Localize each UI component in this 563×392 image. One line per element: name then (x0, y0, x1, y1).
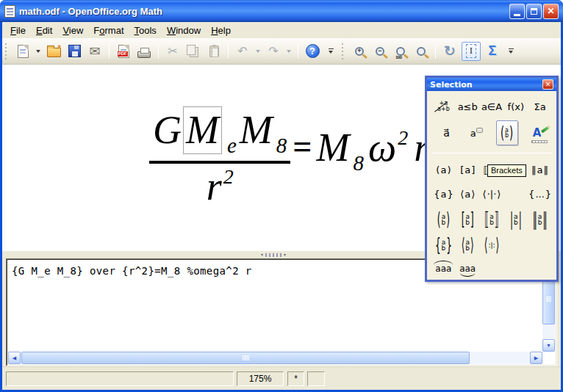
formula-term-m2: M (240, 110, 273, 150)
menu-item[interactable]: Window (162, 23, 206, 37)
sigma-icon: Σ (489, 43, 497, 59)
bracket-option[interactable]: aaa (456, 264, 480, 274)
toolbar-grip[interactable] (341, 43, 345, 59)
command-text[interactable]: {G M_e M_8} over {r^2}=M_8 %omega^2 r (12, 265, 252, 277)
palette-title-bar[interactable]: Selection ✕ (427, 78, 556, 91)
menu-bar: FileEditViewFormatToolsWindowHelp (2, 22, 561, 38)
menu-item[interactable]: Edit (31, 23, 57, 37)
formula-denominator-r: r (207, 167, 222, 206)
formula-rhs-exponent-2: 2 (398, 128, 408, 148)
scroll-right-button[interactable]: ▶ (530, 352, 542, 364)
refresh-icon: ↻ (444, 44, 456, 58)
splitter-grip-icon[interactable]: ▾▾ (261, 253, 286, 257)
zoom-in-button[interactable]: + (351, 43, 368, 60)
category-relations[interactable]: a≤b (456, 101, 480, 112)
palette-title: Selection (430, 80, 542, 90)
category-formats[interactable]: A (522, 126, 552, 139)
update-button[interactable]: ↻ (441, 43, 459, 60)
print-button[interactable] (135, 43, 153, 60)
bracket-option[interactable]: ⟨·|·⟩ (480, 189, 504, 200)
copy-button[interactable] (184, 43, 202, 60)
save-button[interactable] (65, 43, 83, 60)
toolbar-grip[interactable] (4, 43, 8, 59)
bracket-option[interactable]: ‖a‖ (528, 164, 552, 175)
maximize-icon (531, 8, 537, 15)
undo-dropdown-arrow-icon[interactable] (256, 50, 260, 53)
zoom-100-button[interactable]: 100 (392, 43, 409, 60)
bracket-option[interactable]: [a] (456, 164, 480, 175)
bracket-option[interactable]: {a} (431, 189, 456, 200)
status-zoom-field[interactable]: 175% (237, 371, 284, 386)
fraction-bar (149, 161, 290, 164)
horizontal-scroll-thumb[interactable] (21, 352, 470, 364)
cut-button[interactable]: ✂ (164, 43, 182, 60)
new-dropdown-arrow-icon[interactable] (36, 50, 40, 53)
bracket-option[interactable]: ⟨a b⟩ (456, 239, 480, 251)
undo-button[interactable]: ↶ (234, 43, 251, 60)
attributes-icon: a⃗ (443, 127, 450, 139)
bracket-option[interactable]: ‖a b‖ (528, 214, 552, 225)
help-button[interactable]: ? (304, 43, 321, 60)
category-unary-binary-operators[interactable]: +aa+b (431, 101, 456, 112)
minimize-button[interactable] (509, 4, 525, 19)
horizontal-scrollbar[interactable]: ◀ ▶ (8, 352, 542, 364)
redo-button[interactable]: ↷ (265, 43, 282, 60)
bracket-option[interactable]: aaa (431, 264, 456, 274)
bracket-option[interactable]: {a b} (431, 239, 456, 251)
category-set-operations[interactable]: a∈A (480, 101, 504, 112)
window-title: math.odf - OpenOffice.org Math (19, 6, 509, 17)
bracket-option[interactable]: {...} (528, 189, 552, 200)
set-operations-icon: a∈A (481, 101, 502, 112)
category-attributes[interactable]: a⃗ (431, 127, 462, 139)
email-button[interactable]: ✉ (86, 43, 104, 60)
close-button[interactable]: ✕ (543, 4, 559, 19)
bracket-option[interactable]: ⟨:|:⟩ (480, 241, 504, 250)
menu-item[interactable]: Help (206, 23, 236, 37)
palette-category-row-2: a⃗ a··· ( ab ) A (429, 117, 554, 148)
new-document-button[interactable] (14, 43, 32, 60)
category-operators[interactable]: Σa (528, 101, 552, 112)
overflow-arrow-icon (509, 51, 513, 54)
category-misc[interactable]: a··· (462, 128, 492, 139)
status-message-field (6, 371, 234, 386)
zoom-out-button[interactable]: − (371, 43, 389, 60)
bracket-option[interactable]: ⟨a⟩ (456, 189, 480, 200)
bracket-option[interactable]: |a b| (503, 214, 528, 225)
misc-bubble-icon: ··· (476, 128, 484, 133)
category-brackets[interactable]: ( ab ) (492, 120, 522, 145)
brackets-category-button-active[interactable]: ( ab ) (496, 120, 518, 145)
formula-exponent-2: 2 (223, 167, 234, 187)
equals-sign: = (293, 130, 312, 164)
title-bar[interactable]: math.odf - OpenOffice.org Math ✕ (0, 0, 563, 22)
menu-item[interactable]: View (57, 23, 88, 37)
bracket-option[interactable]: [a b] (456, 214, 480, 225)
open-button[interactable] (45, 43, 62, 60)
redo-dropdown-arrow-icon[interactable] (287, 50, 291, 53)
bracket-option[interactable]: ⟦a b⟧ (480, 214, 504, 225)
paste-button[interactable] (205, 43, 223, 60)
toolbar-overflow-button[interactable] (327, 48, 334, 54)
math-document-icon (4, 5, 15, 18)
bracket-option[interactable]: (a) (431, 164, 456, 175)
toolbar-overflow-button[interactable] (507, 48, 514, 54)
open-folder-icon (47, 48, 61, 57)
scroll-down-button[interactable]: ▼ (542, 339, 555, 352)
bracket-option[interactable]: (a b) (431, 214, 456, 225)
toolbar-separator (228, 44, 229, 59)
palette-separator (431, 153, 552, 153)
menu-item[interactable]: File (5, 23, 31, 37)
scroll-left-button[interactable]: ◀ (8, 352, 21, 364)
menu-item[interactable]: Format (88, 23, 129, 37)
maximize-button[interactable] (526, 4, 542, 19)
copy-icon (187, 45, 196, 55)
zoom-button[interactable] (412, 43, 430, 60)
palette-close-button[interactable]: ✕ (542, 79, 553, 90)
category-functions[interactable]: f(x) (503, 101, 528, 112)
symbols-catalog-button[interactable]: Σ (484, 43, 501, 60)
overflow-arrow-icon (329, 51, 333, 54)
menu-item[interactable]: Tools (129, 23, 162, 37)
minimize-icon (514, 14, 520, 16)
export-pdf-button[interactable]: PDF (115, 43, 132, 60)
redo-icon: ↷ (268, 46, 278, 57)
formula-cursor-button[interactable]: I (462, 42, 481, 61)
